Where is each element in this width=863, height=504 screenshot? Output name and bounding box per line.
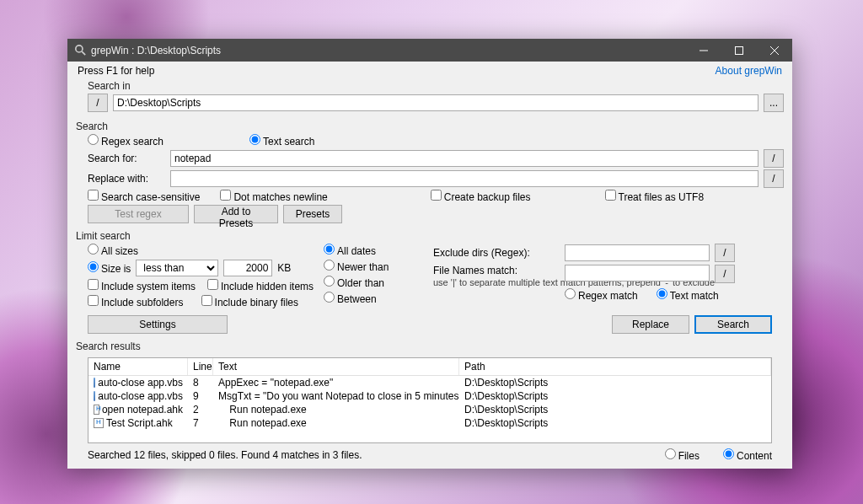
col-line[interactable]: Line [188, 358, 213, 375]
dot-check[interactable] [220, 190, 231, 201]
alldates-radio[interactable] [324, 244, 335, 255]
search-for-input[interactable] [170, 150, 758, 167]
sysitems-check[interactable] [88, 279, 99, 290]
backup-check[interactable] [431, 190, 442, 201]
size-op-select[interactable]: less than [136, 260, 218, 276]
binary-check[interactable] [201, 295, 212, 306]
between-radio[interactable] [324, 292, 335, 303]
app-icon [74, 45, 86, 56]
col-path[interactable]: Path [459, 358, 771, 375]
browse-button[interactable]: ... [764, 94, 784, 112]
about-link[interactable]: About grepWin [716, 65, 782, 77]
searchin-input[interactable] [113, 94, 758, 111]
content-view-radio[interactable] [723, 448, 734, 459]
file-icon [94, 418, 104, 428]
table-row[interactable]: auto-close app.vbs9MsgTxt = "Do you want… [88, 389, 771, 403]
table-row[interactable]: Test Script.ahk7 Run notepad.exeD:\Deskt… [88, 416, 771, 430]
filenames-input[interactable] [565, 265, 710, 281]
newer-radio[interactable] [324, 260, 335, 271]
titlebar[interactable]: grepWin : D:\Desktop\Scripts [67, 39, 792, 62]
case-check[interactable] [88, 190, 99, 201]
replace-with-input[interactable] [170, 170, 758, 187]
search-for-history-button[interactable]: / [764, 149, 784, 168]
results-group: Search results [76, 340, 784, 352]
search-group: Search [76, 121, 784, 132]
status-summary: Searched 12 files, skipped 0 files. Foun… [88, 449, 362, 461]
table-row[interactable]: auto-close app.vbs8AppExec = "notepad.ex… [88, 376, 771, 389]
regex-radio-label[interactable]: Regex search [88, 134, 163, 147]
help-hint: Press F1 for help [78, 65, 154, 77]
settings-button[interactable]: Settings [88, 315, 228, 334]
text-radio-label[interactable]: Text search [249, 134, 314, 147]
svg-line-1 [82, 51, 85, 55]
subfolders-check[interactable] [88, 295, 99, 306]
dot-label: Dot matches newline [233, 191, 327, 203]
older-radio[interactable] [324, 276, 335, 287]
regexmatch-radio[interactable] [565, 288, 576, 299]
col-text[interactable]: Text [213, 358, 459, 375]
utf8-check[interactable] [605, 190, 616, 201]
maximize-button[interactable] [721, 39, 757, 62]
exclude-dirs-label: Exclude dirs (Regex): [433, 247, 560, 259]
size-unit: KB [277, 262, 291, 274]
searchin-label: Search in [88, 80, 784, 92]
search-button[interactable]: Search [694, 315, 772, 334]
window-title: grepWin : D:\Desktop\Scripts [91, 45, 686, 56]
hidden-check[interactable] [207, 279, 218, 290]
textmatch-radio[interactable] [657, 288, 667, 299]
table-row[interactable]: open notepad.ahk2 Run notepad.exeD:\Desk… [88, 403, 771, 416]
replace-history-button[interactable]: / [764, 169, 784, 188]
text-radio[interactable] [249, 134, 260, 145]
exclude-history-button[interactable]: / [715, 244, 735, 262]
minimize-button[interactable] [686, 39, 721, 62]
test-regex-button[interactable]: Test regex [88, 205, 189, 223]
svg-point-0 [75, 46, 82, 52]
col-name[interactable]: Name [88, 358, 188, 375]
svg-rect-3 [736, 46, 743, 54]
sizeis-radio[interactable] [88, 261, 99, 272]
add-presets-button[interactable]: Add to Presets [194, 205, 278, 223]
replace-with-label: Replace with: [88, 173, 165, 185]
app-window: grepWin : D:\Desktop\Scripts Press F1 fo… [67, 39, 792, 469]
exclude-dirs-input[interactable] [565, 244, 710, 261]
utf8-label: Treat files as UTF8 [619, 191, 705, 203]
backup-label: Create backup files [444, 191, 531, 203]
filenames-history-button[interactable]: / [715, 265, 735, 283]
files-view-radio[interactable] [665, 448, 676, 459]
limit-group: Limit search [76, 230, 784, 242]
regex-radio[interactable] [88, 134, 99, 145]
results-table[interactable]: Name Line Text Path auto-close app.vbs8A… [88, 357, 772, 443]
close-button[interactable] [757, 39, 792, 62]
replace-button[interactable]: Replace [612, 315, 689, 334]
filenames-label: File Names match: [433, 265, 517, 276]
searchin-history-button[interactable]: / [88, 94, 108, 112]
presets-button[interactable]: Presets [283, 205, 342, 223]
file-icon [94, 391, 95, 401]
allsizes-radio[interactable] [88, 244, 99, 255]
file-icon [94, 405, 99, 415]
results-header: Name Line Text Path [88, 358, 771, 376]
file-icon [94, 378, 95, 388]
search-for-label: Search for: [88, 153, 165, 164]
size-value-input[interactable] [223, 260, 272, 276]
case-label: Search case-sensitive [101, 191, 200, 203]
